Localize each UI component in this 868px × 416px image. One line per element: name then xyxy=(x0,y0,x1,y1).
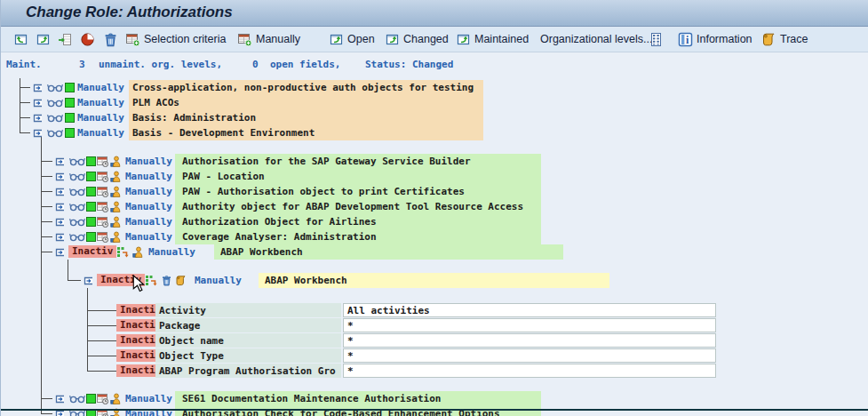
maintenance-status[interactable]: Manually xyxy=(195,275,242,286)
overview-grid-button[interactable] xyxy=(649,30,664,48)
auth-description[interactable]: Basis - Development Environment xyxy=(132,127,315,139)
person-icon xyxy=(110,393,122,404)
scroll-icon[interactable] xyxy=(175,275,187,286)
delete-button[interactable] xyxy=(103,30,118,48)
expand-node-icon[interactable] xyxy=(32,82,44,93)
field-value-cell[interactable] xyxy=(343,364,716,378)
auth-description[interactable]: PAW - Location xyxy=(182,171,265,182)
auth-description[interactable]: Authorization Object for Airlines xyxy=(182,216,377,228)
expand-node-icon[interactable] xyxy=(54,186,66,197)
expand-node-icon[interactable] xyxy=(54,246,66,258)
unmaint-label: unmaint. org. levels, xyxy=(99,59,222,70)
auth-table-icon[interactable] xyxy=(97,393,108,404)
auth-description[interactable]: PLM ACOs xyxy=(132,97,179,108)
field-value-cell[interactable] xyxy=(343,318,716,332)
deactivate-button[interactable] xyxy=(80,30,95,48)
glasses-icon[interactable] xyxy=(69,231,85,243)
organizational-levels-button[interactable]: Organizational levels... xyxy=(540,30,652,48)
maintenance-status[interactable]: Manually xyxy=(125,393,172,404)
auth-description[interactable]: ABAP Workbench xyxy=(220,246,303,258)
maintenance-status[interactable]: Manually xyxy=(125,201,172,212)
changed-button[interactable]: Changed xyxy=(385,30,449,48)
auth-description[interactable]: Basis: Administration xyxy=(132,112,256,124)
auth-table-icon[interactable] xyxy=(97,201,108,212)
maintenance-status[interactable]: Manually xyxy=(77,82,124,93)
expand-node-icon[interactable] xyxy=(54,393,66,404)
status-green-icon xyxy=(65,83,75,92)
selection-criteria-label: Selection criteria xyxy=(144,33,226,45)
glasses-icon[interactable] xyxy=(69,171,85,182)
glasses-icon[interactable] xyxy=(69,393,85,404)
information-button[interactable]: Information xyxy=(678,30,753,48)
auth-table-icon[interactable] xyxy=(97,156,108,167)
auth-description[interactable]: Coverage Analyser: Administration xyxy=(182,231,377,243)
expand-node-icon[interactable] xyxy=(32,127,44,139)
window-arrow-icon xyxy=(456,32,471,47)
open-label: Open xyxy=(347,33,375,45)
field-value[interactable]: * xyxy=(347,350,354,362)
tree-row-auth-object: Manually Authority object for ABAP Devel… xyxy=(1,199,868,214)
expand-node-icon[interactable] xyxy=(54,231,66,243)
glasses-icon[interactable] xyxy=(69,186,85,197)
open-button[interactable]: Open xyxy=(329,30,375,48)
glasses-icon[interactable] xyxy=(47,112,63,124)
trash-icon[interactable] xyxy=(161,275,172,286)
glasses-icon[interactable] xyxy=(69,156,85,167)
auth-table-icon[interactable] xyxy=(97,171,108,182)
expand-node-icon[interactable] xyxy=(54,201,66,212)
glasses-icon[interactable] xyxy=(47,97,63,108)
field-label: Activity xyxy=(159,305,206,316)
grid-icon xyxy=(649,32,664,47)
auth-description[interactable]: Cross-application, non-productive auth o… xyxy=(132,82,474,93)
glasses-icon[interactable] xyxy=(69,216,85,228)
glasses-icon[interactable] xyxy=(47,82,63,93)
field-value[interactable]: * xyxy=(347,365,354,377)
auth-table-icon[interactable] xyxy=(97,231,108,243)
window-arrow-right-icon xyxy=(36,32,51,47)
auth-table-icon[interactable] xyxy=(97,216,108,228)
maintained-button[interactable]: Maintained xyxy=(456,30,529,48)
maintenance-status[interactable]: Manually xyxy=(125,171,172,182)
expand-node-button[interactable] xyxy=(36,30,51,48)
trash-icon xyxy=(103,32,118,47)
expand-node-icon[interactable] xyxy=(54,156,66,167)
expand-node-icon[interactable] xyxy=(83,275,94,286)
maintenance-status[interactable]: Manually xyxy=(77,112,124,124)
auth-description[interactable]: Authorisation for the SAP Gateway Servic… xyxy=(182,156,471,167)
collapse-node-button[interactable] xyxy=(13,30,28,48)
inactive-status-chip[interactable]: Inactiv xyxy=(68,245,116,258)
glasses-icon[interactable] xyxy=(47,127,63,139)
selection-criteria-button[interactable]: Selection criteria xyxy=(125,30,226,48)
trace-button[interactable]: Trace xyxy=(761,30,808,48)
field-value-cell[interactable] xyxy=(343,348,716,363)
auth-table-icon[interactable] xyxy=(97,186,108,197)
expand-node-icon[interactable] xyxy=(54,171,66,182)
expand-node-icon[interactable] xyxy=(32,97,44,108)
status-green-icon xyxy=(65,113,75,123)
maintenance-status[interactable]: Manually xyxy=(125,156,172,167)
maintenance-status[interactable]: Manually xyxy=(125,186,172,197)
maintenance-status[interactable]: Manually xyxy=(125,231,172,243)
field-value-cell[interactable] xyxy=(343,333,716,348)
field-value[interactable]: * xyxy=(347,320,354,332)
expand-node-icon[interactable] xyxy=(54,216,66,228)
manually-button[interactable]: Manually xyxy=(237,30,300,48)
auth-description[interactable]: ABAP Workbench xyxy=(265,275,347,286)
insert-row-button[interactable] xyxy=(58,30,73,48)
auth-description[interactable]: Authority object for ABAP Development To… xyxy=(182,201,523,212)
field-value[interactable]: * xyxy=(347,335,354,347)
tree-row-auth-object: Manually PAW - Location xyxy=(1,169,868,184)
maintenance-status[interactable]: Manually xyxy=(148,246,195,258)
expand-node-icon[interactable] xyxy=(32,112,44,124)
maintenance-status[interactable]: Manually xyxy=(77,127,124,139)
glasses-icon[interactable] xyxy=(69,201,85,212)
maintenance-status[interactable]: Manually xyxy=(77,97,124,108)
maintenance-status[interactable]: Manually xyxy=(125,216,172,228)
application-toolbar: Selection criteria Manually Open Changed… xyxy=(1,27,868,52)
dots-arrow-icon[interactable] xyxy=(116,246,130,258)
field-value[interactable]: All activities xyxy=(347,305,430,316)
status-green-icon xyxy=(86,187,96,196)
dots-arrow-icon[interactable] xyxy=(145,275,158,286)
auth-description[interactable]: PAW - Authorisation object to print Cert… xyxy=(182,186,465,197)
auth-description[interactable]: SE61 Documentation Maintenance Authorisa… xyxy=(182,393,441,404)
